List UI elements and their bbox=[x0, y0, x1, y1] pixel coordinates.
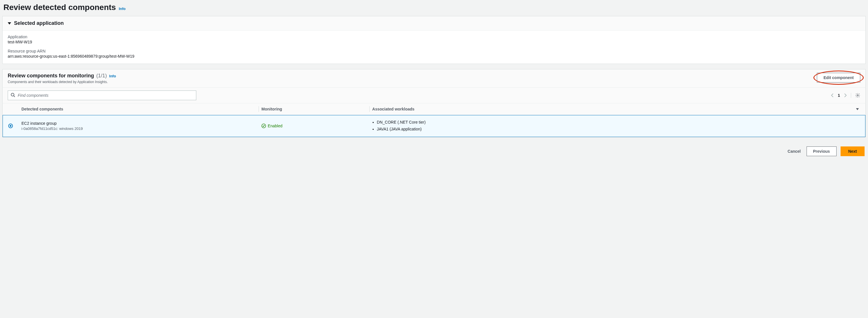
previous-button[interactable]: Previous bbox=[807, 146, 837, 156]
table-settings-button[interactable] bbox=[851, 93, 860, 98]
page-title-row: Review detected components Info bbox=[2, 2, 866, 16]
workloads-cell: DN_CORE (.NET Core tier) JAVA1 (JAVA app… bbox=[369, 119, 849, 133]
column-sort-icon bbox=[856, 108, 859, 110]
components-panel-header: Review components for monitoring (1/1) I… bbox=[3, 69, 865, 87]
workloads-list: DN_CORE (.NET Core tier) JAVA1 (JAVA app… bbox=[369, 119, 849, 133]
component-title: EC2 instance group bbox=[22, 121, 256, 126]
components-panel: Review components for monitoring (1/1) I… bbox=[2, 69, 866, 137]
application-label: Application bbox=[8, 35, 860, 39]
components-info-link[interactable]: Info bbox=[109, 74, 116, 78]
row-radio-cell bbox=[3, 123, 19, 128]
selected-application-title: Selected application bbox=[14, 20, 64, 26]
components-header-left: Review components for monitoring (1/1) I… bbox=[8, 73, 116, 84]
table-header: Detected components Monitoring Associate… bbox=[3, 103, 865, 115]
search-box bbox=[8, 91, 196, 100]
page-title: Review detected components bbox=[3, 3, 116, 12]
next-page-icon[interactable] bbox=[844, 93, 847, 98]
search-input[interactable] bbox=[8, 91, 196, 100]
svg-point-0 bbox=[11, 93, 14, 96]
search-icon bbox=[10, 93, 15, 98]
chevron-down-icon[interactable] bbox=[8, 22, 11, 25]
application-kv: Application test-MW-W19 bbox=[8, 35, 860, 44]
column-select bbox=[3, 106, 19, 112]
info-link[interactable]: Info bbox=[119, 7, 126, 11]
resource-group-arn-kv: Resource group ARN arn:aws:resource-grou… bbox=[8, 49, 860, 59]
wizard-footer: Cancel Previous Next bbox=[2, 142, 866, 157]
selected-application-header[interactable]: Selected application bbox=[3, 16, 865, 31]
components-title-row: Review components for monitoring (1/1) I… bbox=[8, 73, 116, 79]
check-icon bbox=[261, 123, 266, 128]
svg-point-2 bbox=[857, 95, 859, 96]
edit-component-highlight: Edit component bbox=[817, 73, 860, 82]
selected-application-panel: Selected application Application test-MW… bbox=[2, 16, 866, 64]
selected-application-body: Application test-MW-W19 Resource group A… bbox=[3, 31, 865, 64]
next-button[interactable]: Next bbox=[841, 146, 865, 156]
monitoring-cell: Enabled bbox=[258, 123, 369, 128]
components-tools-row: 1 bbox=[3, 87, 865, 103]
column-associated-workloads[interactable]: Associated workloads bbox=[369, 103, 849, 115]
components-subtitle: Components and their workloads detected … bbox=[8, 80, 116, 84]
radio-checked-icon bbox=[10, 125, 11, 127]
component-subtitle: i-0a0858a7fd11cd51c: windows 2019 bbox=[22, 127, 256, 131]
workload-item: JAVA1 (JAVA application) bbox=[377, 126, 846, 133]
column-detected-components[interactable]: Detected components bbox=[19, 103, 258, 115]
application-value: test-MW-W19 bbox=[8, 40, 860, 44]
row-radio[interactable] bbox=[8, 123, 13, 128]
monitoring-status: Enabled bbox=[268, 123, 282, 128]
detected-component-cell: EC2 instance group i-0a0858a7fd11cd51c: … bbox=[19, 121, 258, 131]
current-page: 1 bbox=[838, 93, 840, 98]
column-actions[interactable] bbox=[849, 105, 865, 114]
prev-page-icon[interactable] bbox=[831, 93, 834, 98]
edit-component-button[interactable]: Edit component bbox=[817, 73, 860, 82]
components-count: (1/1) bbox=[96, 73, 107, 79]
workload-item: DN_CORE (.NET Core tier) bbox=[377, 119, 846, 126]
arn-value: arn:aws:resource-groups:us-east-1:856960… bbox=[8, 54, 860, 59]
cancel-button[interactable]: Cancel bbox=[786, 147, 803, 156]
column-monitoring[interactable]: Monitoring bbox=[258, 103, 369, 115]
components-title: Review components for monitoring bbox=[8, 73, 94, 79]
arn-label: Resource group ARN bbox=[8, 49, 860, 54]
pagination: 1 bbox=[831, 93, 860, 98]
svg-line-1 bbox=[14, 96, 15, 97]
table-row[interactable]: EC2 instance group i-0a0858a7fd11cd51c: … bbox=[3, 115, 865, 137]
